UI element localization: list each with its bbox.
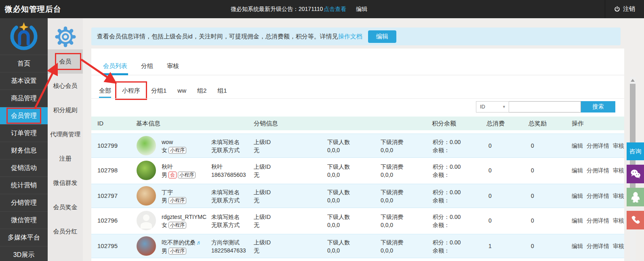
subtab-3[interactable]: ww — [177, 87, 186, 95]
banner-edit-button[interactable]: 编辑 — [368, 30, 396, 43]
contact: 无联系方式 — [211, 196, 253, 204]
sidebar-item-label: 会员管理 — [11, 112, 37, 120]
sidebar-item-4[interactable]: 订单管理 — [0, 124, 48, 142]
sidebar-item-9[interactable]: 微信管理 — [0, 211, 48, 229]
info-banner: 查看会员信息详情，包括上级会员id，关注时间，可提现佣金，总消费额，积分等。详情… — [91, 28, 621, 45]
wechat-button[interactable] — [627, 165, 644, 183]
sidebar-item-0[interactable]: 首页 — [0, 55, 48, 72]
edit-link[interactable]: 编辑 — [572, 142, 583, 149]
submenu-item-2[interactable]: 积分规则 — [48, 98, 83, 122]
edit-link[interactable]: 编辑 — [572, 193, 583, 199]
commission-detail-link[interactable]: 分佣详情 — [587, 217, 609, 224]
points-label: 积分： — [433, 139, 450, 145]
subtab-2[interactable]: 分组1 — [151, 87, 166, 95]
submenu-item-label: 核心会员 — [53, 82, 78, 90]
tab-0[interactable]: 会员列表 — [103, 62, 127, 70]
miniprogram-badge: 小程序 — [168, 197, 186, 204]
member-id: 102798 — [97, 159, 134, 182]
docs-link[interactable]: 操作文档 — [338, 33, 362, 40]
edit-link[interactable]: 编辑 — [572, 217, 583, 224]
subtab-0[interactable]: 全部 — [99, 87, 111, 95]
points-value: 0.00 — [450, 189, 461, 195]
consult-button[interactable]: 咨询 — [627, 142, 644, 160]
total-consume-value: 0 — [476, 184, 504, 208]
commission-detail-link[interactable]: 分佣详情 — [587, 167, 609, 174]
avatar — [137, 161, 156, 180]
submenu-item-label: 会员奖金 — [53, 204, 78, 211]
tab-1[interactable]: 分组 — [141, 62, 153, 70]
submenu-item-5[interactable]: 微信群发 — [48, 171, 83, 195]
avatar — [137, 186, 156, 206]
member-table-body: 102799 wow 女小程序 未填写姓名 无联系方式 上级ID 无 下级人数 … — [91, 134, 624, 259]
total-consume-value: 0 — [476, 134, 504, 157]
submenu-item-3[interactable]: 代理商管理 — [48, 122, 83, 146]
banner-text: 查看会员信息详情，包括上级会员id，关注时间，可提现佣金，总消费额，积分等。详情… — [97, 33, 338, 40]
sub-consume-label: 下级消费 — [381, 238, 403, 246]
search-field-value: ID — [480, 104, 485, 110]
edit-link[interactable]: 编辑 — [572, 243, 583, 249]
sidebar-item-8[interactable]: 分销管理 — [0, 194, 48, 211]
subtab-4[interactable]: 组2 — [197, 87, 206, 95]
sidebar-item-2[interactable]: 商品管理 — [0, 89, 48, 107]
sidebar-item-1[interactable]: 基本设置 — [0, 72, 48, 89]
submenu-item-label: 会员 — [59, 58, 72, 66]
submenu-item-4[interactable]: 注册 — [48, 146, 83, 171]
points-value: 0.00 — [450, 239, 461, 246]
logout-button[interactable]: 注销 — [605, 0, 644, 18]
sidebar-item-7[interactable]: 统计营销 — [0, 176, 48, 194]
balance-label: 余额： — [433, 197, 450, 204]
miniprogram-badge: 小程序 — [168, 248, 186, 255]
sub-count-label: 下级人数 — [327, 238, 350, 246]
miniprogram-badge: 小程序 — [178, 172, 196, 178]
points-label: 积分： — [433, 239, 450, 246]
sidebar-item-5[interactable]: 财务信息 — [0, 142, 48, 159]
sub-consume-value: 0,0,0 — [381, 221, 403, 229]
sidebar-item-label: 基本设置 — [11, 77, 37, 85]
tab-2[interactable]: 审核 — [167, 62, 179, 70]
subtab-5[interactable]: 组1 — [217, 87, 227, 95]
sidebar-item-10[interactable]: 多媒体平台 — [0, 229, 48, 246]
points-label: 积分： — [433, 163, 450, 170]
parent-id-label: 上级ID — [254, 188, 271, 196]
qq-penguin-icon — [630, 191, 641, 203]
commission-detail-link[interactable]: 分佣详情 — [587, 142, 609, 149]
avatar — [137, 211, 156, 230]
sidebar-item-6[interactable]: 促销活动 — [0, 159, 48, 176]
col-distribution: 分销信息 — [254, 117, 278, 130]
app-title: 微必知管理后台 — [5, 0, 61, 18]
nickname: 秋叶 — [162, 163, 173, 170]
submenu-item-1[interactable]: 核心会员 — [48, 74, 83, 98]
sub-count-value: 0,0,0 — [327, 171, 350, 179]
col-basic-info: 基本信息 — [136, 117, 160, 130]
announcement-edit-link[interactable]: 编辑 — [356, 6, 367, 13]
group-filter-bar: 全部小程序分组1ww组2组1 — [91, 87, 624, 95]
balance-label: 余额： — [433, 147, 450, 153]
balance-label: 余额： — [433, 172, 450, 178]
qq-button[interactable] — [627, 188, 644, 206]
submenu-item-7[interactable]: 会员分红 — [48, 219, 83, 244]
submenu-item-6[interactable]: 会员奖金 — [48, 195, 83, 219]
commission-detail-link[interactable]: 分佣详情 — [587, 193, 609, 199]
submenu-item-0[interactable]: 会员 — [48, 49, 83, 74]
miniprogram-badge: 小程序 — [168, 147, 186, 154]
sidebar-item-3[interactable]: 会员管理 — [0, 107, 48, 124]
gender: 男 — [162, 248, 167, 254]
search-input[interactable] — [509, 101, 581, 112]
points-value: 0.00 — [450, 163, 461, 170]
gender: 男 — [162, 197, 167, 204]
commission-detail-link[interactable]: 分佣详情 — [587, 243, 609, 249]
parent-id-value: 无 — [254, 146, 271, 154]
phone-button[interactable] — [627, 211, 644, 229]
table-row: 102795 吃不胖的优桑♬ 男小程序 方尚华测试 18225847633 上级… — [91, 234, 624, 258]
search-button[interactable]: 搜索 — [581, 101, 615, 112]
divider — [91, 98, 624, 99]
sidebar-item-11[interactable]: 3D展示 — [0, 246, 48, 261]
scroll-up-arrow[interactable] — [631, 79, 635, 82]
edit-link[interactable]: 编辑 — [572, 167, 583, 174]
miniprogram-badge: 小程序 — [168, 222, 186, 229]
gender: 女 — [162, 222, 167, 228]
real-name: 未填写姓名 — [211, 138, 253, 146]
announcement-view-link[interactable]: 点击查看 — [324, 6, 346, 13]
subtab-1[interactable]: 小程序 — [122, 87, 140, 95]
search-field-select[interactable]: ID ▼ — [476, 101, 509, 112]
